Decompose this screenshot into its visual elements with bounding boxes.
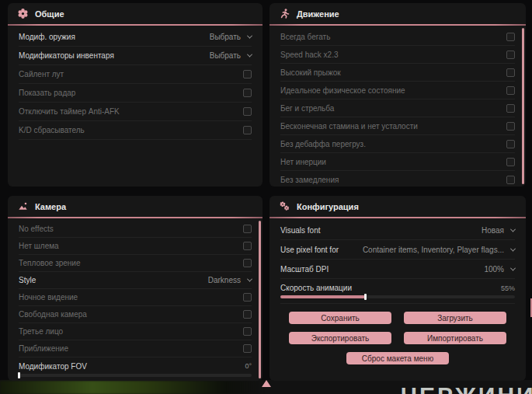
row-label: Отключить таймер Anti-AFK	[19, 107, 120, 116]
no-effects-checkbox[interactable]	[243, 225, 252, 233]
reset-menu-layout-button[interactable]: Сброс макета меню	[346, 352, 449, 364]
row-label: Показать радар	[19, 89, 75, 97]
import-button[interactable]: Импортировать	[404, 332, 506, 344]
row-animation-speed: Скорость анимации55%	[280, 279, 515, 304]
fov-modifier-slider-handle[interactable]	[18, 372, 20, 378]
row-fov-modifier: Модификатор FOV0°	[19, 357, 252, 381]
button-row: ЭкспортироватьИмпортировать	[280, 332, 515, 344]
row-label: Visuals font	[280, 226, 321, 235]
row-silent-loot: Сайлент лут	[19, 65, 252, 84]
dpi-scale-dropdown[interactable]: 100%	[484, 265, 515, 274]
row-label: Тепловое зрение	[19, 259, 81, 267]
row-label: Без дебаффа перегруз.	[280, 140, 366, 148]
show-radar-checkbox[interactable]	[243, 89, 252, 97]
anti-afk-timer-checkbox[interactable]	[243, 107, 252, 116]
chevron-down-icon	[247, 33, 252, 39]
chevron-down-icon	[510, 226, 516, 232]
perfect-physique-checkbox[interactable]	[506, 86, 515, 95]
game-background-grass	[0, 381, 264, 394]
night-vision-checkbox[interactable]	[243, 293, 252, 302]
always-run-checkbox[interactable]	[506, 33, 515, 41]
row-free-camera: Свободная камера	[19, 306, 252, 323]
panel-title: Камера	[35, 202, 66, 211]
style-dropdown[interactable]: Darkness	[208, 276, 252, 284]
speed-hack-checkbox[interactable]	[506, 51, 515, 59]
row-value: 55%	[501, 284, 515, 292]
row-high-jump: Высокий прыжок	[280, 64, 515, 82]
row-label: Speed hack x2.3	[280, 51, 339, 59]
flower-gear-icon	[18, 9, 28, 19]
movement-scrollbar[interactable]	[522, 28, 524, 184]
chevron-down-icon	[247, 52, 252, 58]
row-label: Бег и стрельба	[280, 104, 334, 113]
inventory-mods-dropdown[interactable]: Выбрать	[210, 51, 252, 60]
infinite-stamina-checkbox[interactable]	[506, 122, 515, 131]
row-label: Свободная камера	[19, 310, 87, 319]
export-button[interactable]: Экспортировать	[289, 332, 391, 344]
chevron-down-icon	[510, 246, 516, 251]
row-no-effects: No effects	[19, 221, 252, 238]
animation-speed-slider-handle[interactable]	[364, 294, 367, 300]
no-overload-debuff-checkbox[interactable]	[506, 140, 515, 148]
dropdown-value: Новая	[482, 226, 504, 235]
load-button[interactable]: Загрузить	[404, 312, 506, 324]
camera-scrollbar[interactable]	[259, 221, 261, 378]
pixel-font-for-dropdown[interactable]: Container items, Inventory, Player flags…	[363, 246, 515, 254]
config-buttons: СохранитьЗагрузитьЭкспортироватьИмпортир…	[280, 312, 515, 364]
row-label: Третье лицо	[19, 327, 63, 336]
thermal-vision-checkbox[interactable]	[243, 259, 252, 267]
row-thermal-vision: Тепловое зрение	[19, 255, 252, 272]
save-button[interactable]: Сохранить	[289, 312, 391, 324]
panel-movement: Движение Всегда бегатьSpeed hack x2.3Выс…	[269, 3, 526, 187]
row-always-run: Всегда бегать	[280, 28, 515, 46]
animation-speed-slider[interactable]	[280, 295, 515, 298]
row-kd-resetter: K/D сбрасыватель	[19, 121, 252, 140]
row-label: Масштаб DPI	[280, 265, 329, 274]
row-label: No effects	[19, 225, 54, 233]
row-label: Модиф. оружия	[19, 33, 75, 41]
animation-speed-slider-fill	[280, 295, 365, 298]
dropdown-value: Container items, Inventory, Player flags…	[363, 246, 504, 254]
kd-resetter-checkbox[interactable]	[243, 126, 252, 134]
row-label: Style	[19, 276, 36, 284]
row-inventory-mods: Модификаторы инвентаряВыбрать	[19, 47, 252, 65]
config-rows: Visuals fontНоваяUse pixel font forConta…	[280, 221, 515, 304]
row-no-overload-debuff: Без дебаффа перегруз.	[280, 135, 515, 153]
cheat-menu-screen: ЧЕРЖИНИЕ Общие Модиф. оружияВыбратьМодиф…	[0, 0, 532, 394]
row-label: Без замедления	[280, 176, 339, 184]
row-zoom: Приближение	[19, 340, 252, 357]
weapon-mod-dropdown[interactable]: Выбрать	[210, 33, 252, 41]
row-no-slowdown: Без замедления	[280, 171, 515, 187]
free-camera-checkbox[interactable]	[243, 310, 252, 319]
panel-title: Конфигурация	[297, 202, 359, 211]
high-jump-checkbox[interactable]	[506, 68, 515, 77]
zoom-checkbox[interactable]	[243, 344, 252, 353]
no-inertia-checkbox[interactable]	[506, 158, 515, 166]
fov-modifier-slider[interactable]	[19, 374, 252, 377]
row-night-vision: Ночное видение	[19, 289, 252, 306]
run-and-shoot-checkbox[interactable]	[506, 104, 515, 113]
row-label: Скорость анимации	[280, 284, 352, 292]
row-label: K/D сбрасыватель	[19, 126, 85, 134]
row-third-person: Третье лицо	[19, 323, 252, 340]
no-slowdown-checkbox[interactable]	[506, 176, 515, 184]
panel-config-body: Visuals fontНоваяUse pixel font forConta…	[269, 218, 526, 364]
row-label: Нет шлема	[19, 242, 59, 250]
silent-loot-checkbox[interactable]	[243, 70, 252, 78]
row-speed-hack: Speed hack x2.3	[280, 46, 515, 64]
panel-general-body: Модиф. оружияВыбратьМодификаторы инвента…	[8, 26, 263, 140]
button-row: СохранитьЗагрузить	[280, 312, 515, 324]
row-anti-afk-timer: Отключить таймер Anti-AFK	[19, 103, 252, 121]
chevron-down-icon	[247, 277, 252, 282]
row-infinite-stamina: Бесконечная стамина и нет усталости	[280, 117, 515, 135]
row-label: Сайлент лут	[19, 70, 64, 78]
panel-title: Движение	[297, 9, 339, 19]
third-person-checkbox[interactable]	[243, 327, 252, 336]
no-helmet-checkbox[interactable]	[243, 242, 252, 250]
row-no-helmet: Нет шлема	[19, 238, 252, 255]
row-perfect-physique: Идеальное физическое состояние	[280, 82, 515, 99]
dropdown-value: Выбрать	[210, 51, 241, 60]
visuals-font-dropdown[interactable]: Новая	[482, 226, 515, 235]
panel-camera-header: Камера	[8, 196, 263, 217]
panel-movement-header: Движение	[269, 3, 526, 24]
